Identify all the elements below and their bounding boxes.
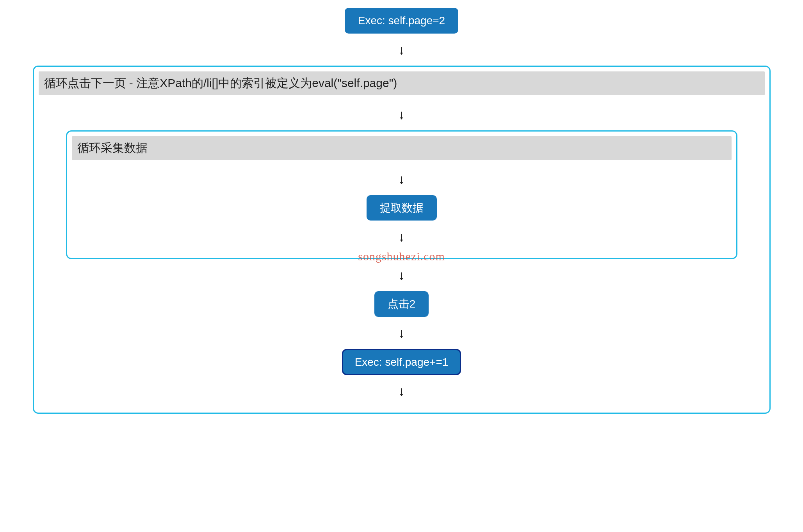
arrow-down-icon: ↓	[398, 269, 405, 282]
loop-outer-header: 循环点击下一页 - 注意XPath的/li[]中的索引被定义为eval("sel…	[39, 71, 765, 95]
loop-outer-box[interactable]: 循环点击下一页 - 注意XPath的/li[]中的索引被定义为eval("sel…	[33, 66, 771, 414]
arrow-down-icon: ↓	[398, 43, 405, 56]
arrow-down-icon: ↓	[398, 326, 405, 340]
node-exec-init[interactable]: Exec: self.page=2	[345, 8, 458, 34]
node-exec-increment[interactable]: Exec: self.page+=1	[342, 349, 461, 375]
arrow-down-icon: ↓	[398, 230, 405, 243]
node-click-2[interactable]: 点击2	[374, 291, 429, 317]
flow-canvas: Exec: self.page=2 ↓ 循环点击下一页 - 注意XPath的/l…	[0, 0, 803, 532]
node-extract-data[interactable]: 提取数据	[367, 195, 437, 221]
loop-inner-box[interactable]: 循环采集数据 ↓ 提取数据 ↓	[66, 130, 737, 260]
flow-column: Exec: self.page=2 ↓ 循环点击下一页 - 注意XPath的/l…	[0, 8, 803, 414]
arrow-down-icon: ↓	[398, 384, 405, 398]
loop-inner-header: 循环采集数据	[72, 136, 732, 160]
arrow-down-icon: ↓	[398, 108, 405, 121]
arrow-down-icon: ↓	[398, 173, 405, 186]
